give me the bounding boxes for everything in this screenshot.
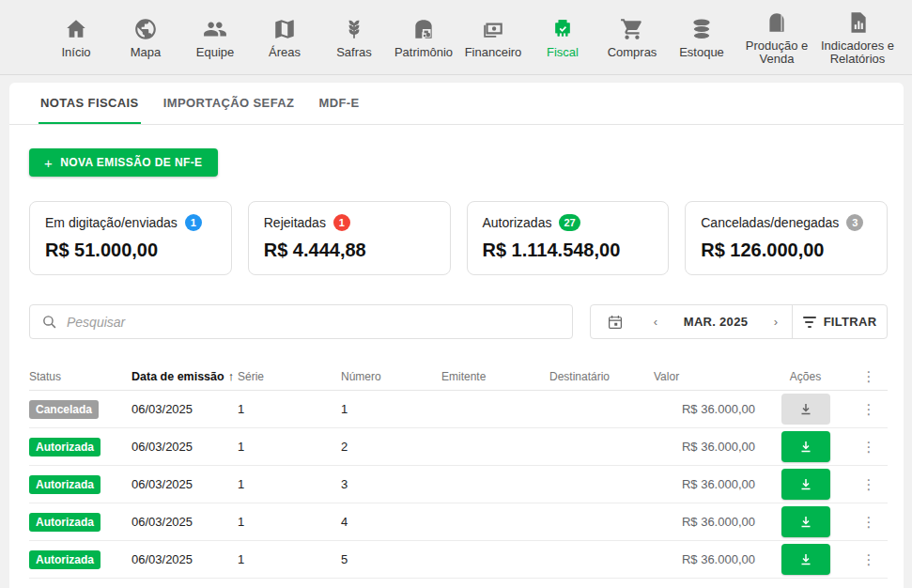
row-menu-icon[interactable]: ⋮	[850, 401, 888, 418]
cart-icon	[620, 16, 644, 42]
coins-icon	[689, 16, 714, 42]
row-menu-icon[interactable]: ⋮	[850, 551, 888, 568]
card-rejeitadas[interactable]: Rejeitadas 1 R$ 4.444,88	[248, 201, 451, 275]
calendar-icon	[607, 314, 624, 331]
col-valor[interactable]: Valor	[654, 370, 761, 383]
nav-item-label: Indicadores e Relatórios	[817, 39, 898, 66]
table-row: Autorizada 06/03/2025 1 4 R$ 36.000,00 ⋮	[29, 503, 888, 541]
cell-serie: 1	[238, 552, 341, 566]
nav-item-producao-venda[interactable]: Produção e Venda	[736, 9, 817, 66]
wheat-icon	[342, 16, 366, 42]
calendar-button[interactable]	[591, 314, 640, 331]
fiscal-panel: NOTAS FISCAIS IMPORTAÇÃO SEFAZ MDF-E + N…	[9, 83, 904, 588]
nav-item-inicio[interactable]: Início	[41, 16, 111, 59]
card-em-digitacao[interactable]: Em digitação/enviadas 1 R$ 51.000,00	[29, 201, 232, 275]
new-nfe-button-label: NOVA EMISSÃO DE NF-E	[60, 156, 202, 169]
nav-item-label: Mapa	[131, 46, 162, 59]
col-status[interactable]: Status	[29, 370, 131, 383]
card-label: Em digitação/enviadas	[45, 215, 178, 230]
nav-item-label: Patrimônio	[394, 46, 453, 59]
col-data-emissao[interactable]: Data de emissão↑	[131, 369, 238, 383]
barn-icon	[411, 16, 436, 42]
row-menu-icon[interactable]: ⋮	[850, 514, 888, 531]
card-canceladas[interactable]: Canceladas/denegadas 3 R$ 126.000,00	[685, 201, 888, 275]
table-header: Status Data de emissão↑ Série Número Emi…	[29, 363, 888, 391]
month-filter-bar: ‹ MAR. 2025 › FILTRAR	[590, 304, 888, 339]
search-box	[29, 304, 573, 339]
nav-item-patrimonio[interactable]: Patrimônio	[389, 16, 458, 59]
card-value: R$ 51.000,00	[45, 240, 216, 261]
cell-valor: R$ 36.000,00	[654, 552, 761, 566]
col-acoes: Ações	[761, 370, 850, 383]
cell-serie: 1	[238, 402, 341, 416]
table-row: Autorizada 06/03/2025 1 3 R$ 36.000,00 ⋮	[29, 466, 888, 503]
count-badge: 27	[559, 214, 580, 231]
sort-asc-icon: ↑	[228, 369, 235, 383]
table-row: Cancelada 06/03/2025 1 1 R$ 36.000,00 ⋮	[29, 391, 888, 428]
nav-item-estoque[interactable]: Estoque	[667, 16, 736, 59]
table-options-menu-icon[interactable]: ⋮	[850, 368, 888, 385]
table-row: Autorizada 06/03/2025 1 5 R$ 36.000,00 ⋮	[29, 541, 888, 579]
nav-item-mapa[interactable]: Mapa	[111, 16, 180, 59]
search-input[interactable]	[67, 315, 561, 330]
card-label: Rejeitadas	[264, 215, 326, 230]
download-icon	[797, 551, 814, 568]
col-label: Data de emissão	[131, 370, 224, 383]
nav-item-label: Compras	[608, 46, 657, 59]
download-button[interactable]	[781, 431, 830, 462]
cell-date: 06/03/2025	[131, 440, 238, 454]
table-row: Autorizada 06/03/2025 1 2 R$ 36.000,00 ⋮	[29, 428, 888, 466]
tab-notas-fiscais[interactable]: NOTAS FISCAIS	[39, 83, 141, 124]
cell-numero: 2	[341, 440, 441, 454]
summary-cards: Em digitação/enviadas 1 R$ 51.000,00 Rej…	[29, 201, 888, 275]
nav-item-safras[interactable]: Safras	[319, 16, 389, 59]
download-icon	[797, 514, 814, 531]
filter-button[interactable]: FILTRAR	[793, 305, 887, 338]
tab-mdf-e[interactable]: MDF-E	[317, 83, 361, 124]
cell-valor: R$ 36.000,00	[654, 402, 761, 416]
download-icon	[797, 439, 814, 456]
cell-numero: 5	[341, 552, 441, 566]
month-label[interactable]: MAR. 2025	[672, 315, 760, 329]
nav-item-label: Início	[61, 46, 90, 59]
row-menu-icon[interactable]: ⋮	[850, 476, 888, 493]
col-emitente[interactable]: Emitente	[441, 370, 549, 383]
count-badge: 1	[333, 214, 350, 231]
top-navbar: Início Mapa Equipe Áreas Safras Patrimôn…	[0, 0, 912, 75]
status-badge: Autorizada	[29, 438, 100, 456]
nav-item-areas[interactable]: Áreas	[250, 16, 319, 59]
col-destinatario[interactable]: Destinatário	[549, 370, 654, 383]
report-icon	[845, 9, 870, 36]
status-badge: Autorizada	[29, 475, 100, 494]
nav-item-equipe[interactable]: Equipe	[180, 16, 250, 59]
download-button[interactable]	[781, 544, 830, 575]
tab-importacao-sefaz[interactable]: IMPORTAÇÃO SEFAZ	[162, 83, 297, 124]
cell-numero: 1	[341, 402, 441, 416]
nav-item-compras[interactable]: Compras	[597, 16, 667, 59]
card-autorizadas[interactable]: Autorizadas 27 R$ 1.114.548,00	[467, 201, 670, 275]
card-label: Autorizadas	[483, 215, 552, 230]
new-nfe-button[interactable]: + NOVA EMISSÃO DE NF-E	[29, 148, 218, 177]
cell-valor: R$ 36.000,00	[654, 440, 761, 454]
nav-item-fiscal[interactable]: Fiscal	[528, 16, 597, 59]
cell-numero: 3	[341, 477, 441, 491]
filter-button-label: FILTRAR	[824, 315, 877, 329]
cell-date: 06/03/2025	[131, 477, 238, 491]
nav-item-label: Estoque	[679, 46, 724, 59]
cell-date: 06/03/2025	[131, 552, 238, 566]
next-month-button[interactable]: ›	[760, 315, 792, 329]
nav-item-financeiro[interactable]: Financeiro	[458, 16, 528, 59]
download-button[interactable]	[781, 506, 830, 537]
row-menu-icon[interactable]: ⋮	[850, 439, 888, 456]
prev-month-button[interactable]: ‹	[640, 315, 672, 329]
count-badge: 1	[185, 214, 202, 231]
col-serie[interactable]: Série	[238, 370, 341, 383]
status-badge: Cancelada	[29, 400, 99, 419]
download-icon	[797, 401, 814, 418]
nav-item-indicadores[interactable]: Indicadores e Relatórios	[817, 9, 898, 66]
search-icon	[41, 314, 57, 330]
download-button[interactable]	[781, 394, 830, 425]
download-button[interactable]	[781, 469, 830, 500]
card-value: R$ 4.444,88	[264, 240, 435, 261]
col-numero[interactable]: Número	[341, 370, 441, 383]
